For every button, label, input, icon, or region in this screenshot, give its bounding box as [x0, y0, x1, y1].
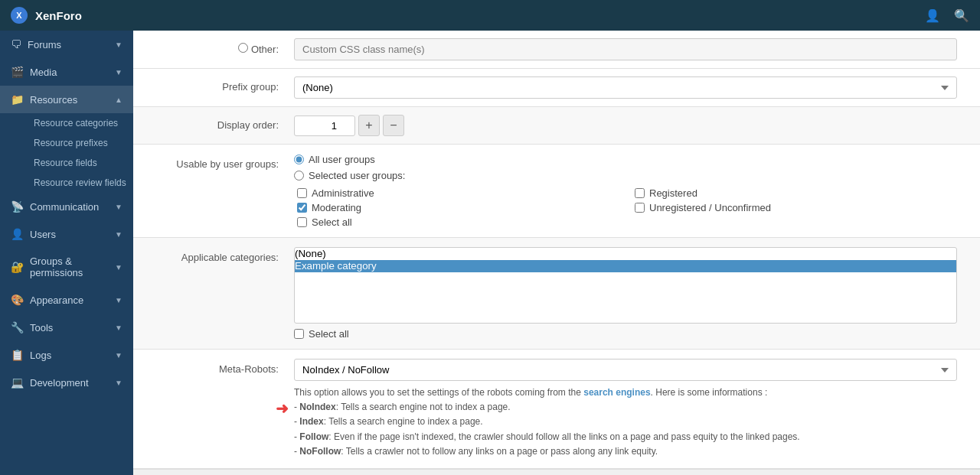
registered-checkbox[interactable]	[635, 188, 645, 198]
chevron-forums: ▼	[115, 41, 122, 49]
topbar-icons: 👤 🔍	[925, 8, 969, 23]
custom-css-input[interactable]	[294, 38, 957, 60]
prefix-group-control: (None)	[294, 76, 957, 99]
decrement-button[interactable]: −	[383, 115, 404, 136]
sidebar-item-tools[interactable]: 🔧 Tools ▼	[0, 314, 133, 341]
meta-robots-row: ➜ Meta-Robots: NoIndex / NoFollow Index …	[133, 350, 980, 469]
chevron-development: ▼	[115, 379, 122, 387]
selected-groups-radio[interactable]	[294, 171, 304, 181]
sidebar-label-users: Users	[30, 229, 56, 240]
sidebar-item-forums[interactable]: 🗨 Forums ▼	[0, 31, 133, 58]
selected-groups-label: Selected user groups:	[309, 170, 405, 181]
display-order-label: Display order:	[156, 115, 294, 131]
chevron-communication: ▼	[115, 203, 122, 211]
usable-by-label: Usable by user groups:	[156, 154, 294, 170]
select-all-categories-checkbox[interactable]	[294, 329, 304, 339]
sidebar-label-resources: Resources	[30, 94, 77, 106]
chevron-groups: ▼	[115, 263, 122, 272]
unregistered-checkbox-item[interactable]: Unregistered / Unconfirmed	[635, 202, 957, 213]
brand-area: X XenForo	[11, 7, 82, 24]
select-all-usergroups-item[interactable]: Select all	[297, 216, 619, 228]
logs-icon: 📋	[11, 349, 24, 361]
meta-robots-select[interactable]: NoIndex / NoFollow Index / Follow NoInde…	[294, 359, 957, 381]
applicable-categories-label: Applicable categories:	[156, 247, 294, 263]
sidebar-label-media: Media	[30, 67, 57, 78]
all-user-groups-option[interactable]: All user groups	[294, 154, 957, 165]
usable-by-row: Usable by user groups: All user groups S…	[133, 145, 980, 238]
unregistered-checkbox[interactable]	[635, 203, 645, 213]
sidebar-label-communication: Communication	[30, 201, 99, 213]
all-groups-radio[interactable]	[294, 155, 304, 164]
sidebar-item-media[interactable]: 🎬 Media ▼	[0, 58, 133, 86]
search-icon[interactable]: 🔍	[954, 8, 969, 23]
other-label: Other:	[156, 38, 294, 55]
sidebar-item-appearance[interactable]: 🎨 Appearance ▼	[0, 286, 133, 314]
chevron-logs: ▼	[115, 351, 122, 360]
content-area: Other: Prefix group: (None)	[133, 31, 980, 475]
main-layout: 🗨 Forums ▼ 🎬 Media ▼ 📁 Resources ▲ Resou…	[0, 31, 980, 475]
appearance-icon: 🎨	[11, 294, 24, 306]
prefix-group-label: Prefix group:	[156, 76, 294, 93]
search-engines-link[interactable]: search engines	[583, 387, 650, 398]
prefix-group-select[interactable]: (None)	[294, 76, 957, 99]
account-icon[interactable]: 👤	[925, 8, 940, 23]
other-row: Other:	[133, 31, 980, 69]
increment-button[interactable]: +	[358, 115, 380, 136]
nofollow-term: NoFollow	[299, 446, 341, 457]
sidebar-item-resources[interactable]: 📁 Resources ▲	[0, 86, 133, 113]
applicable-categories-control: (None) Example category Select all	[294, 247, 957, 340]
user-groups-grid: Administrative Registered Moderating	[294, 187, 957, 228]
sidebar-item-groups[interactable]: 🔐 Groups & permissions ▼	[0, 248, 133, 286]
sidebar: 🗨 Forums ▼ 🎬 Media ▼ 📁 Resources ▲ Resou…	[0, 31, 133, 475]
administrative-label: Administrative	[312, 187, 374, 199]
users-icon: 👤	[11, 228, 24, 240]
meta-robots-label: Meta-Robots:	[156, 359, 294, 375]
sidebar-item-communication[interactable]: 📡 Communication ▼	[0, 193, 133, 220]
sidebar-item-logs[interactable]: 📋 Logs ▼	[0, 341, 133, 369]
chevron-tools: ▼	[115, 324, 122, 332]
administrative-checkbox-item[interactable]: Administrative	[297, 187, 619, 199]
meta-robots-help: This option allows you to set the settin…	[294, 386, 957, 459]
category-example[interactable]: Example category	[295, 260, 956, 272]
sidebar-item-users[interactable]: 👤 Users ▼	[0, 220, 133, 248]
follow-term: Follow	[299, 431, 328, 442]
chevron-users: ▼	[115, 230, 122, 239]
user-group-radios: All user groups Selected user groups:	[294, 154, 957, 181]
sidebar-sub-resource-prefixes[interactable]: Resource prefixes	[28, 133, 133, 153]
sidebar-sub-resource-review-fields[interactable]: Resource review fields	[28, 173, 133, 193]
registered-label: Registered	[649, 187, 697, 199]
administrative-checkbox[interactable]	[297, 188, 307, 198]
save-bar: 💾 Save	[133, 469, 980, 475]
categories-listbox[interactable]: (None) Example category	[294, 247, 957, 324]
selected-user-groups-option[interactable]: Selected user groups:	[294, 170, 957, 181]
moderating-checkbox-item[interactable]: Moderating	[297, 202, 619, 213]
app-name: XenForo	[35, 9, 82, 22]
sidebar-sub-resource-categories[interactable]: Resource categories	[28, 113, 133, 133]
select-all-usergroups-checkbox[interactable]	[297, 217, 307, 227]
display-order-control: 1 + −	[294, 115, 957, 136]
communication-icon: 📡	[11, 200, 24, 213]
development-icon: 💻	[11, 376, 24, 389]
tools-icon: 🔧	[11, 321, 24, 333]
logo-icon: X	[11, 7, 28, 24]
resources-submenu: Resource categories Resource prefixes Re…	[0, 113, 133, 193]
arrow-indicator: ➜	[276, 399, 289, 418]
topbar: X XenForo 👤 🔍	[0, 0, 980, 31]
display-order-input[interactable]: 1	[294, 115, 355, 136]
index-term: Index	[299, 416, 323, 427]
sidebar-sub-resource-fields[interactable]: Resource fields	[28, 153, 133, 173]
chevron-appearance: ▼	[115, 296, 122, 304]
select-all-categories-label[interactable]: Select all	[294, 328, 957, 340]
registered-checkbox-item[interactable]: Registered	[635, 187, 957, 199]
sidebar-label-appearance: Appearance	[30, 294, 83, 306]
select-all-usergroups-label: Select all	[312, 216, 352, 228]
other-input-wrap	[294, 38, 957, 60]
unregistered-label: Unregistered / Unconfirmed	[649, 202, 771, 213]
sidebar-label-tools: Tools	[30, 322, 53, 333]
select-all-text: Select all	[309, 328, 349, 340]
category-none[interactable]: (None)	[295, 248, 956, 260]
moderating-checkbox[interactable]	[297, 203, 307, 213]
groups-icon: 🔐	[11, 261, 24, 273]
sidebar-item-development[interactable]: 💻 Development ▼	[0, 369, 133, 396]
other-radio[interactable]	[238, 43, 248, 53]
